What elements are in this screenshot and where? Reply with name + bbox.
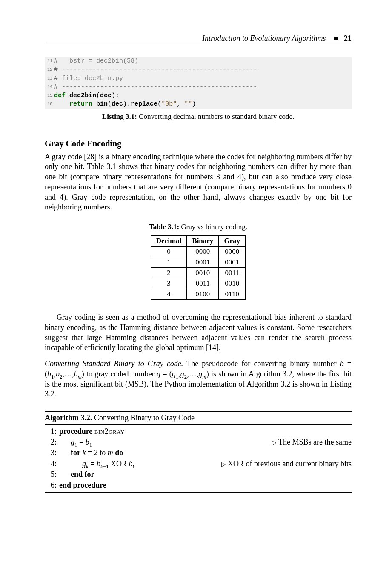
table-caption: Table 3.1: Gray vs binary coding. <box>45 223 352 231</box>
algorithm-content: for k = 2 to m do <box>59 447 352 458</box>
code-line: 15def dec2bin(dec): <box>45 92 352 100</box>
table-header-cell: Decimal <box>151 236 186 247</box>
algorithm-comment: ▷ XOR of previous and current binary bit… <box>216 459 352 469</box>
algorithm-line: 2: g1 = b1▷ The MSBs are the same <box>45 437 352 447</box>
code-line: 13# file: dec2bin.py <box>45 75 352 83</box>
algorithm-line-number: 3: <box>45 447 59 458</box>
running-header: Introduction to Evolutionary Algorithms … <box>45 34 352 44</box>
table-cell: 4 <box>151 289 186 300</box>
paragraph-1: A gray code [28] is a binary encoding te… <box>45 152 352 213</box>
table-header-row: DecimalBinaryGray <box>151 236 245 247</box>
algorithm-content: end procedure <box>59 480 352 490</box>
algorithm-line-number: 4: <box>45 459 59 469</box>
code-content: def dec2bin(dec): <box>54 92 119 100</box>
line-number: 13 <box>45 75 54 83</box>
code-line: 12# ------------------------------------… <box>45 66 352 74</box>
algorithm-block: Algorithm 3.2. Converting Binary to Gray… <box>45 411 352 493</box>
table-cell: 0001 <box>187 257 219 268</box>
table-cell: 0010 <box>187 268 219 278</box>
header-marker: ■ <box>334 34 338 43</box>
table-row: 000000000 <box>151 247 245 257</box>
table-row: 200100011 <box>151 268 245 278</box>
code-line: 16 return bin(dec).replace("0b", "") <box>45 100 352 109</box>
table-label: Table 3.1: <box>149 223 179 231</box>
algorithm-line: 1:procedure bin2gray <box>45 426 352 437</box>
table-cell: 0001 <box>219 257 246 268</box>
algorithm-line: 4: gk = bk−1 XOR bk▷ XOR of previous and… <box>45 459 352 469</box>
code-content: # --------------------------------------… <box>54 66 257 74</box>
line-number: 16 <box>45 100 54 109</box>
gray-vs-binary-table: DecimalBinaryGray 0000000001000100012001… <box>151 235 246 300</box>
code-content: return bin(dec).replace("0b", "") <box>54 100 196 109</box>
algorithm-line-number: 6: <box>45 480 59 490</box>
code-listing: 11# bstr = dec2bin(58)12# --------------… <box>45 57 352 109</box>
algorithm-content: procedure bin2gray <box>59 426 352 437</box>
table-cell: 0000 <box>219 247 246 257</box>
algorithm-line-number: 5: <box>45 469 59 480</box>
table-cell: 0110 <box>219 289 246 300</box>
table-cell: 0 <box>151 247 186 257</box>
table-row: 401000110 <box>151 289 245 300</box>
section-heading: Gray Code Encoding <box>45 139 352 149</box>
code-content: # --------------------------------------… <box>54 83 257 92</box>
listing-caption: Listing 3.1: Converting decimal numbers … <box>45 112 352 121</box>
algorithm-line-number: 2: <box>45 437 59 447</box>
algorithm-line: 6:end procedure <box>45 480 352 490</box>
listing-label: Listing 3.1: <box>102 112 137 120</box>
algorithm-line: 3: for k = 2 to m do <box>45 447 352 458</box>
table-cell: 0011 <box>187 278 219 289</box>
paragraph-3: Converting Standard Binary to Gray code.… <box>45 359 352 399</box>
page-number: 21 <box>344 34 352 43</box>
table-body: 0000000001000100012001000113001100104010… <box>151 247 245 300</box>
table-header-cell: Gray <box>219 236 246 247</box>
table-cell: 2 <box>151 268 186 278</box>
listing-caption-text: Converting decimal numbers to standard b… <box>137 112 294 120</box>
algorithm-body: 1:procedure bin2gray2: g1 = b1▷ The MSBs… <box>45 425 352 492</box>
code-content: # bstr = dec2bin(58) <box>54 57 138 66</box>
algorithm-title-text: Converting Binary to Gray Code <box>92 413 195 422</box>
table-row: 300110010 <box>151 278 245 289</box>
table-cell: 0000 <box>187 247 219 257</box>
table-cell: 1 <box>151 257 186 268</box>
code-line: 11# bstr = dec2bin(58) <box>45 57 352 66</box>
algorithm-content: g1 = b1 <box>59 437 267 447</box>
table-cell: 0011 <box>219 268 246 278</box>
line-number: 12 <box>45 66 54 74</box>
line-number: 15 <box>45 92 54 100</box>
algorithm-title: Algorithm 3.2. Converting Binary to Gray… <box>45 412 352 424</box>
header-title: Introduction to Evolutionary Algorithms <box>202 34 326 43</box>
code-line: 14# ------------------------------------… <box>45 83 352 92</box>
paragraph-2: Gray coding is seen as a method of overc… <box>45 313 352 353</box>
table-cell: 3 <box>151 278 186 289</box>
line-number: 11 <box>45 57 54 66</box>
algorithm-content: gk = bk−1 XOR bk <box>59 459 216 469</box>
algorithm-label: Algorithm 3.2. <box>45 413 92 422</box>
table-cell: 0100 <box>187 289 219 300</box>
algorithm-content: end for <box>59 469 352 480</box>
table-cell: 0010 <box>219 278 246 289</box>
code-content: # file: dec2bin.py <box>54 75 123 83</box>
table-row: 100010001 <box>151 257 245 268</box>
run-in-heading: Converting Standard Binary to Gray code. <box>45 359 183 368</box>
algorithm-comment: ▷ The MSBs are the same <box>267 437 352 447</box>
table-header-cell: Binary <box>187 236 219 247</box>
line-number: 14 <box>45 83 54 92</box>
table-caption-text: Gray vs binary coding. <box>179 223 247 231</box>
page: Introduction to Evolutionary Algorithms … <box>0 0 392 518</box>
algorithm-line: 5: end for <box>45 469 352 480</box>
algorithm-line-number: 1: <box>45 426 59 437</box>
